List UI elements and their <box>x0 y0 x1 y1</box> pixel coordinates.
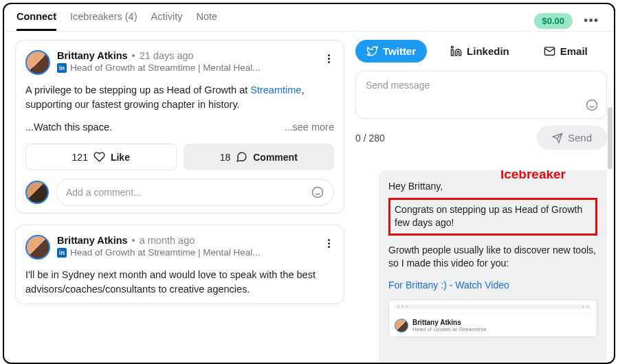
send-label: Send <box>568 132 592 144</box>
tab-note[interactable]: Note <box>196 11 217 31</box>
separator-dot: • <box>132 50 135 61</box>
post-text: A privilege to be stepping up as Head of… <box>25 84 250 95</box>
tab-connect[interactable]: Connect <box>16 11 56 31</box>
channel-twitter[interactable]: Twitter <box>355 40 427 62</box>
comment-input[interactable]: Add a comment... <box>56 179 334 206</box>
post-body: A privilege to be stepping up as Head of… <box>25 83 334 112</box>
post-menu-icon[interactable] <box>324 50 334 67</box>
post-card: Brittany Atkins • 21 days ago in Head of… <box>15 40 344 214</box>
thumb-avatar <box>395 319 408 332</box>
balance-badge: $0.00 <box>534 13 573 29</box>
channel-linkedin[interactable]: Linkedin <box>439 40 520 62</box>
separator-dot: • <box>132 235 135 246</box>
post-subtitle: Head of Growth at Streamtime | Mental He… <box>70 247 261 258</box>
self-avatar[interactable] <box>25 181 49 204</box>
see-more-link[interactable]: ...see more <box>284 122 334 133</box>
channel-label: Email <box>560 45 588 57</box>
video-thumbnail[interactable]: Brittany Atkins Head of Growth at Stream… <box>388 299 597 337</box>
linkedin-icon <box>450 45 462 57</box>
smile-icon[interactable] <box>586 99 598 111</box>
comment-button[interactable]: 18 Comment <box>184 144 335 170</box>
linkedin-badge-icon: in <box>57 248 67 258</box>
email-icon <box>544 45 555 57</box>
thumb-name: Brittany Atkins <box>412 319 487 326</box>
heart-icon <box>93 151 105 163</box>
post-card: Brittany Atkins • a month ago in Head of… <box>15 225 344 304</box>
post-text: ...Watch this space. <box>25 122 112 133</box>
char-counter: 0 / 280 <box>355 133 385 144</box>
tab-activity[interactable]: Activity <box>151 11 183 31</box>
post-time: a month ago <box>140 235 195 246</box>
twitter-icon <box>366 45 378 57</box>
like-count: 121 <box>72 152 88 163</box>
post-body: I'll be in Sydney next month and would l… <box>25 268 334 297</box>
comment-count: 18 <box>220 152 231 163</box>
preview-panel: Icebreaker Hey Brittany, Congrats on ste… <box>379 170 607 363</box>
preview-line: Growth people usually like to discover n… <box>388 244 597 271</box>
preview-video-link[interactable]: For Brittany :) - Watch Video <box>388 279 597 293</box>
post-subtitle: Head of Growth at Streamtime | Mental He… <box>70 62 261 73</box>
like-label: Like <box>111 152 130 163</box>
svg-point-4 <box>451 46 453 48</box>
svg-rect-3 <box>451 49 453 56</box>
avatar[interactable] <box>25 50 50 75</box>
svg-point-6 <box>587 100 597 111</box>
preview-greeting: Hey Brittany, <box>388 180 597 194</box>
avatar[interactable] <box>25 235 50 260</box>
more-menu-icon[interactable]: ••• <box>581 14 602 28</box>
comment-placeholder: Add a comment... <box>66 187 142 198</box>
scrollbar-thumb[interactable] <box>608 107 613 169</box>
preview-highlight: Congrats on stepping up as Head of Growt… <box>388 198 597 236</box>
channel-label: Linkedin <box>467 45 509 57</box>
post-menu-icon[interactable] <box>324 235 334 252</box>
like-button[interactable]: 121 Like <box>25 144 177 170</box>
send-button[interactable]: Send <box>537 126 607 150</box>
compose-column: Twitter Linkedin Email Send message 0 <box>351 32 614 363</box>
annotation-label: Icebreaker <box>500 170 566 182</box>
post-author[interactable]: Brittany Atkins <box>57 235 128 246</box>
post-link-streamtime[interactable]: Streamtime <box>250 84 301 95</box>
compose-box[interactable]: Send message <box>355 71 607 119</box>
thumb-subtitle: Head of Growth at Streamtime <box>412 326 487 332</box>
comment-label: Comment <box>253 152 298 163</box>
svg-point-0 <box>313 187 323 198</box>
send-icon <box>552 133 563 144</box>
comment-icon <box>236 151 247 163</box>
post-author[interactable]: Brittany Atkins <box>57 50 128 61</box>
compose-placeholder: Send message <box>366 80 430 91</box>
tab-icebreakers[interactable]: Icebreakers (4) <box>70 11 137 31</box>
channel-email[interactable]: Email <box>533 40 599 62</box>
linkedin-badge-icon: in <box>57 63 67 73</box>
smile-icon[interactable] <box>311 186 324 198</box>
feed-column: Brittany Atkins • 21 days ago in Head of… <box>4 32 351 363</box>
post-time: 21 days ago <box>140 50 194 61</box>
channel-label: Twitter <box>383 45 416 57</box>
